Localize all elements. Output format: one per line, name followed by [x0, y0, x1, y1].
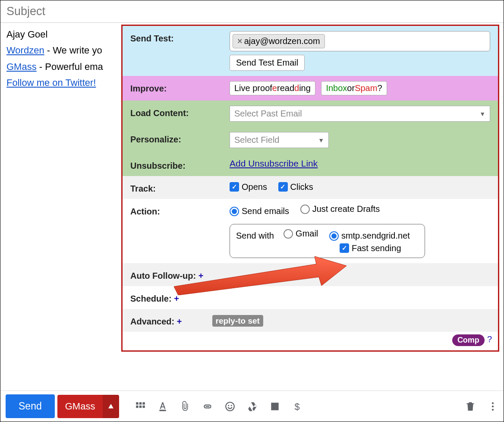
- radio-icon: [300, 205, 310, 214]
- subject-field[interactable]: Subject: [0, 0, 504, 23]
- select-placeholder: Select Field: [234, 135, 280, 145]
- attach-file-icon[interactable]: [180, 401, 191, 412]
- gmass-button[interactable]: GMass: [57, 395, 103, 418]
- send-with-box: Send with Gmail smtp.sendgrid.net ✓ Fast…: [230, 224, 425, 258]
- svg-point-14: [492, 409, 494, 410]
- signature-text: - Powerful ema: [37, 61, 103, 72]
- row-action: Action: Send emails Just create Drafts S…: [123, 199, 498, 263]
- insert-photo-icon[interactable]: [269, 401, 280, 412]
- checkbox-label: Fast sending: [352, 243, 401, 253]
- label-unsubscribe: Unsubscribe:: [130, 158, 230, 171]
- svg-rect-3: [143, 402, 145, 404]
- label-improve: Improve:: [130, 81, 230, 94]
- radio-label: Send emails: [242, 206, 289, 216]
- check-icon: ✓: [340, 243, 349, 253]
- check-icon: ✓: [230, 182, 239, 192]
- expand-plus-icon[interactable]: +: [174, 294, 179, 303]
- dollar-icon[interactable]: $: [292, 401, 303, 412]
- expand-plus-icon[interactable]: +: [177, 317, 182, 326]
- row-load-content: Load Content: Select Past Email ▼: [123, 101, 498, 127]
- label-track: Track:: [130, 181, 230, 194]
- insert-emoji-icon[interactable]: [224, 401, 236, 412]
- radio-icon: [329, 231, 339, 241]
- svg-text:$: $: [295, 401, 300, 412]
- help-icon[interactable]: ?: [487, 334, 492, 344]
- comp-button[interactable]: Comp: [452, 334, 485, 346]
- row-track: Track: ✓ Opens ✓ Clicks: [123, 176, 498, 199]
- checkbox-label: Opens: [242, 182, 267, 192]
- select-placeholder: Select Past Email: [234, 109, 302, 119]
- radio-just-drafts[interactable]: Just create Drafts: [300, 204, 380, 214]
- row-personalize: Personalize: Select Field ▼: [123, 127, 498, 153]
- select-past-email[interactable]: Select Past Email ▼: [230, 106, 490, 122]
- label-schedule: Schedule:: [130, 294, 174, 303]
- checkbox-opens[interactable]: ✓ Opens: [230, 182, 267, 192]
- signature-link-wordzen[interactable]: Wordzen: [6, 45, 44, 56]
- send-test-email-button[interactable]: Send Test Email: [230, 55, 305, 71]
- check-icon: ✓: [278, 182, 288, 192]
- svg-point-10: [231, 405, 232, 406]
- email-body[interactable]: Ajay Goel Wordzen - We write yo GMass - …: [6, 26, 103, 91]
- label-auto-followup: Auto Follow-up:: [130, 271, 198, 280]
- svg-point-9: [228, 405, 230, 406]
- svg-rect-7: [160, 409, 166, 411]
- insert-drive-icon[interactable]: [247, 401, 258, 412]
- text-color-icon[interactable]: [157, 401, 168, 412]
- checkbox-clicks[interactable]: ✓ Clicks: [278, 182, 313, 192]
- radio-send-emails[interactable]: Send emails: [230, 206, 289, 216]
- radio-label: Gmail: [296, 229, 318, 239]
- gmass-dropdown-button[interactable]: [103, 395, 119, 418]
- svg-rect-2: [139, 402, 142, 404]
- t: e: [272, 83, 277, 93]
- formatting-icon[interactable]: [135, 401, 146, 412]
- send-with-label: Send with: [236, 231, 274, 240]
- chip-text: ajay@wordzen.com: [244, 36, 320, 46]
- t: ?: [377, 83, 382, 93]
- t: Spam: [355, 83, 377, 93]
- row-auto-followup[interactable]: Auto Follow-up: +: [123, 263, 498, 286]
- chevron-down-icon: ▼: [318, 137, 324, 144]
- t: Inbox: [326, 83, 347, 93]
- label-advanced: Advanced:: [130, 317, 177, 326]
- svg-rect-5: [139, 405, 142, 407]
- more-options-icon[interactable]: [487, 401, 498, 412]
- checkbox-fast-sending[interactable]: ✓ Fast sending: [340, 243, 401, 253]
- signature-text: - We write yo: [44, 45, 102, 56]
- select-field[interactable]: Select Field ▼: [230, 132, 329, 148]
- live-proofreading-button[interactable]: Live proofereadding: [230, 81, 315, 95]
- svg-rect-4: [136, 405, 139, 407]
- t: or: [347, 83, 355, 93]
- label-action: Action:: [130, 204, 230, 217]
- radio-label: smtp.sendgrid.net: [341, 231, 410, 241]
- signature-link-gmass[interactable]: GMass: [6, 61, 37, 72]
- t: ing: [299, 83, 311, 93]
- label-load-content: Load Content:: [130, 106, 230, 118]
- t: Live proof: [234, 83, 272, 93]
- inbox-or-spam-button[interactable]: Inbox or Spam?: [321, 81, 387, 95]
- svg-point-12: [492, 402, 494, 404]
- delete-draft-icon[interactable]: [465, 401, 476, 412]
- insert-link-icon[interactable]: [202, 401, 213, 412]
- row-unsubscribe: Unsubscribe: Add Unsubscribe Link: [123, 153, 498, 176]
- radio-smtp[interactable]: smtp.sendgrid.net: [329, 231, 410, 241]
- remove-chip-icon[interactable]: ×: [237, 36, 243, 46]
- label-send-test: Send Test:: [130, 31, 230, 44]
- email-chip[interactable]: × ajay@wordzen.com: [233, 34, 325, 48]
- row-schedule[interactable]: Schedule: +: [123, 286, 498, 309]
- signature-name: Ajay Goel: [6, 26, 103, 42]
- test-email-input[interactable]: × ajay@wordzen.com: [230, 31, 490, 51]
- radio-gmail[interactable]: Gmail: [284, 229, 318, 239]
- compose-toolbar: Send GMass $: [0, 391, 504, 422]
- row-advanced[interactable]: Advanced: + reply-to set: [123, 309, 498, 332]
- svg-point-13: [492, 405, 494, 407]
- add-unsubscribe-link[interactable]: Add Unsubscribe Link: [230, 158, 318, 168]
- row-improve: Improve: Live proofereadding Inbox or Sp…: [123, 76, 498, 101]
- radio-icon: [230, 207, 239, 216]
- send-button[interactable]: Send: [6, 394, 55, 418]
- svg-rect-6: [143, 405, 145, 407]
- chevron-down-icon: ▼: [479, 110, 485, 117]
- expand-plus-icon[interactable]: +: [198, 271, 204, 280]
- signature-link-twitter[interactable]: Follow me on Twitter!: [6, 77, 96, 88]
- gmass-settings-panel: Send Test: × ajay@wordzen.com Send Test …: [121, 25, 499, 352]
- radio-icon: [284, 229, 293, 239]
